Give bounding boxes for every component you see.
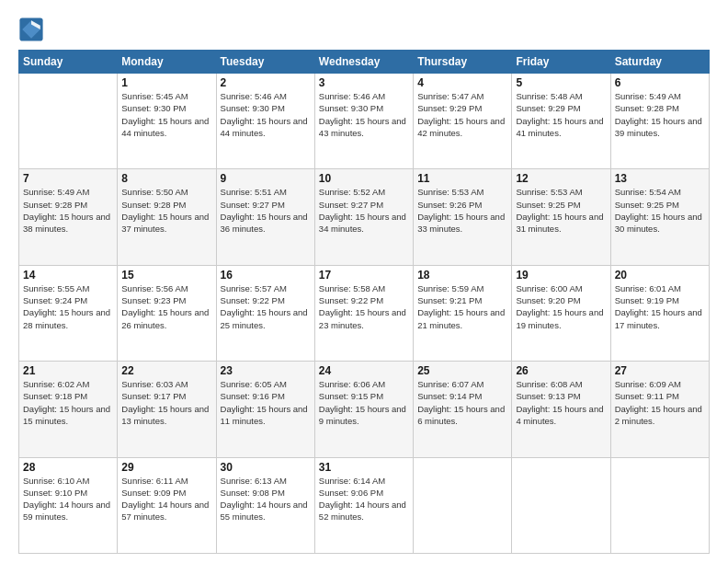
calendar-cell: 31Sunrise: 6:14 AMSunset: 9:06 PMDayligh… xyxy=(314,457,413,553)
day-number: 10 xyxy=(319,172,409,185)
calendar-cell: 8Sunrise: 5:50 AMSunset: 9:28 PMDaylight… xyxy=(118,169,216,265)
day-info: Sunrise: 6:07 AMSunset: 9:14 PMDaylight:… xyxy=(417,378,507,427)
calendar-cell: 27Sunrise: 6:09 AMSunset: 9:11 PMDayligh… xyxy=(610,362,709,457)
calendar-cell: 18Sunrise: 5:59 AMSunset: 9:21 PMDayligh… xyxy=(414,265,512,361)
day-number: 5 xyxy=(516,76,606,89)
weekday-header-monday: Monday xyxy=(118,51,216,74)
calendar-cell xyxy=(610,457,709,553)
day-info: Sunrise: 5:48 AMSunset: 9:29 PMDaylight:… xyxy=(516,90,606,139)
day-info: Sunrise: 6:08 AMSunset: 9:13 PMDaylight:… xyxy=(516,378,606,427)
day-number: 14 xyxy=(23,269,113,282)
weekday-header-saturday: Saturday xyxy=(610,51,709,74)
calendar-cell: 1Sunrise: 5:45 AMSunset: 9:30 PMDaylight… xyxy=(118,74,216,169)
day-number: 30 xyxy=(221,461,311,474)
calendar-cell: 13Sunrise: 5:54 AMSunset: 9:25 PMDayligh… xyxy=(610,169,709,265)
day-number: 20 xyxy=(615,269,705,282)
calendar-cell: 26Sunrise: 6:08 AMSunset: 9:13 PMDayligh… xyxy=(512,362,610,457)
day-info: Sunrise: 5:46 AMSunset: 9:30 PMDaylight:… xyxy=(221,90,311,139)
calendar-table: SundayMondayTuesdayWednesdayThursdayFrid… xyxy=(18,50,710,554)
day-number: 11 xyxy=(417,172,507,185)
calendar-cell: 30Sunrise: 6:13 AMSunset: 9:08 PMDayligh… xyxy=(216,457,314,553)
day-info: Sunrise: 6:02 AMSunset: 9:18 PMDaylight:… xyxy=(23,378,113,427)
calendar-cell xyxy=(19,74,118,169)
day-number: 25 xyxy=(417,364,507,377)
day-info: Sunrise: 5:59 AMSunset: 9:21 PMDaylight:… xyxy=(417,282,507,331)
calendar-cell: 16Sunrise: 5:57 AMSunset: 9:22 PMDayligh… xyxy=(216,265,314,361)
day-info: Sunrise: 5:58 AMSunset: 9:22 PMDaylight:… xyxy=(319,282,409,331)
calendar-cell: 19Sunrise: 6:00 AMSunset: 9:20 PMDayligh… xyxy=(512,265,610,361)
day-number: 18 xyxy=(417,269,507,282)
day-info: Sunrise: 6:10 AMSunset: 9:10 PMDaylight:… xyxy=(23,475,113,523)
calendar-cell: 29Sunrise: 6:11 AMSunset: 9:09 PMDayligh… xyxy=(118,457,216,553)
day-number: 9 xyxy=(221,172,311,185)
weekday-header-sunday: Sunday xyxy=(19,51,118,74)
calendar-cell: 10Sunrise: 5:52 AMSunset: 9:27 PMDayligh… xyxy=(314,169,413,265)
day-info: Sunrise: 5:53 AMSunset: 9:26 PMDaylight:… xyxy=(417,186,507,235)
day-info: Sunrise: 5:49 AMSunset: 9:28 PMDaylight:… xyxy=(615,90,705,139)
day-info: Sunrise: 5:45 AMSunset: 9:30 PMDaylight:… xyxy=(121,90,211,139)
calendar-cell: 12Sunrise: 5:53 AMSunset: 9:25 PMDayligh… xyxy=(512,169,610,265)
day-info: Sunrise: 5:47 AMSunset: 9:29 PMDaylight:… xyxy=(417,90,507,139)
day-info: Sunrise: 5:52 AMSunset: 9:27 PMDaylight:… xyxy=(319,186,409,235)
day-info: Sunrise: 6:09 AMSunset: 9:11 PMDaylight:… xyxy=(615,378,705,427)
day-number: 1 xyxy=(121,76,211,89)
day-info: Sunrise: 5:53 AMSunset: 9:25 PMDaylight:… xyxy=(516,186,606,235)
weekday-header-tuesday: Tuesday xyxy=(216,51,314,74)
calendar-cell: 3Sunrise: 5:46 AMSunset: 9:30 PMDaylight… xyxy=(314,74,413,169)
day-number: 27 xyxy=(615,364,705,377)
day-info: Sunrise: 5:56 AMSunset: 9:23 PMDaylight:… xyxy=(121,282,211,331)
day-number: 8 xyxy=(121,172,211,185)
day-number: 19 xyxy=(516,269,606,282)
calendar-cell: 20Sunrise: 6:01 AMSunset: 9:19 PMDayligh… xyxy=(610,265,709,361)
day-number: 6 xyxy=(615,76,705,89)
day-number: 17 xyxy=(319,269,409,282)
day-number: 24 xyxy=(319,364,409,377)
calendar-cell: 7Sunrise: 5:49 AMSunset: 9:28 PMDaylight… xyxy=(19,169,118,265)
day-info: Sunrise: 5:49 AMSunset: 9:28 PMDaylight:… xyxy=(23,186,113,235)
calendar-cell: 24Sunrise: 6:06 AMSunset: 9:15 PMDayligh… xyxy=(314,362,413,457)
day-number: 4 xyxy=(417,76,507,89)
day-number: 3 xyxy=(319,76,409,89)
day-info: Sunrise: 5:55 AMSunset: 9:24 PMDaylight:… xyxy=(23,282,113,331)
day-info: Sunrise: 6:14 AMSunset: 9:06 PMDaylight:… xyxy=(319,475,409,523)
day-info: Sunrise: 6:06 AMSunset: 9:15 PMDaylight:… xyxy=(319,378,409,427)
week-row-4: 21Sunrise: 6:02 AMSunset: 9:18 PMDayligh… xyxy=(19,362,710,457)
calendar-cell: 5Sunrise: 5:48 AMSunset: 9:29 PMDaylight… xyxy=(512,74,610,169)
day-number: 7 xyxy=(23,172,113,185)
day-number: 23 xyxy=(221,364,311,377)
day-info: Sunrise: 5:51 AMSunset: 9:27 PMDaylight:… xyxy=(221,186,311,235)
day-number: 16 xyxy=(221,269,311,282)
calendar-cell xyxy=(512,457,610,553)
day-number: 13 xyxy=(615,172,705,185)
calendar-page: SundayMondayTuesdayWednesdayThursdayFrid… xyxy=(0,0,728,563)
calendar-body: 1Sunrise: 5:45 AMSunset: 9:30 PMDaylight… xyxy=(19,74,710,554)
day-number: 21 xyxy=(23,364,113,377)
weekday-header-thursday: Thursday xyxy=(414,51,512,74)
weekday-header-row: SundayMondayTuesdayWednesdayThursdayFrid… xyxy=(19,51,710,74)
weekday-header-wednesday: Wednesday xyxy=(314,51,413,74)
weekday-header-friday: Friday xyxy=(512,51,610,74)
day-number: 22 xyxy=(121,364,211,377)
day-info: Sunrise: 6:01 AMSunset: 9:19 PMDaylight:… xyxy=(615,282,705,331)
calendar-cell: 25Sunrise: 6:07 AMSunset: 9:14 PMDayligh… xyxy=(414,362,512,457)
day-info: Sunrise: 6:03 AMSunset: 9:17 PMDaylight:… xyxy=(121,378,211,427)
day-info: Sunrise: 5:57 AMSunset: 9:22 PMDaylight:… xyxy=(221,282,311,331)
week-row-5: 28Sunrise: 6:10 AMSunset: 9:10 PMDayligh… xyxy=(19,457,710,553)
day-number: 28 xyxy=(23,461,113,474)
day-info: Sunrise: 6:00 AMSunset: 9:20 PMDaylight:… xyxy=(516,282,606,331)
calendar-cell: 2Sunrise: 5:46 AMSunset: 9:30 PMDaylight… xyxy=(216,74,314,169)
day-number: 15 xyxy=(121,269,211,282)
calendar-cell: 14Sunrise: 5:55 AMSunset: 9:24 PMDayligh… xyxy=(19,265,118,361)
calendar-cell: 22Sunrise: 6:03 AMSunset: 9:17 PMDayligh… xyxy=(118,362,216,457)
day-info: Sunrise: 6:13 AMSunset: 9:08 PMDaylight:… xyxy=(221,475,311,523)
day-info: Sunrise: 5:54 AMSunset: 9:25 PMDaylight:… xyxy=(615,186,705,235)
logo-area xyxy=(18,17,48,42)
week-row-1: 1Sunrise: 5:45 AMSunset: 9:30 PMDaylight… xyxy=(19,74,710,169)
day-info: Sunrise: 6:05 AMSunset: 9:16 PMDaylight:… xyxy=(221,378,311,427)
calendar-cell: 15Sunrise: 5:56 AMSunset: 9:23 PMDayligh… xyxy=(118,265,216,361)
day-info: Sunrise: 6:11 AMSunset: 9:09 PMDaylight:… xyxy=(121,475,211,523)
day-info: Sunrise: 5:50 AMSunset: 9:28 PMDaylight:… xyxy=(121,186,211,235)
calendar-cell: 11Sunrise: 5:53 AMSunset: 9:26 PMDayligh… xyxy=(414,169,512,265)
logo-icon xyxy=(18,17,44,42)
calendar-cell: 9Sunrise: 5:51 AMSunset: 9:27 PMDaylight… xyxy=(216,169,314,265)
